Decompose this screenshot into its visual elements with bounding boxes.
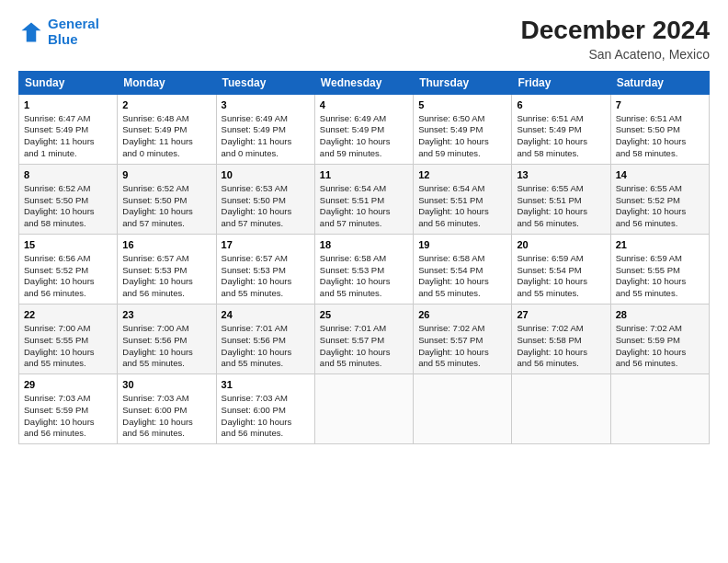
calendar-cell: 19Sunrise: 6:58 AM Sunset: 5:54 PM Dayli… bbox=[414, 234, 512, 304]
day-number: 20 bbox=[517, 238, 605, 252]
title-block: December 2024 San Acateno, Mexico bbox=[521, 17, 710, 62]
day-number: 25 bbox=[320, 308, 408, 322]
calendar-cell: 22Sunrise: 7:00 AM Sunset: 5:55 PM Dayli… bbox=[19, 304, 118, 374]
header-cell-monday: Monday bbox=[118, 71, 216, 94]
calendar-cell: 3Sunrise: 6:49 AM Sunset: 5:49 PM Daylig… bbox=[216, 94, 314, 164]
day-number: 15 bbox=[24, 238, 112, 252]
calendar-cell bbox=[512, 374, 610, 444]
day-content: Sunrise: 7:02 AM Sunset: 5:59 PM Dayligh… bbox=[616, 323, 704, 370]
calendar-cell: 31Sunrise: 7:03 AM Sunset: 6:00 PM Dayli… bbox=[216, 374, 314, 444]
day-number: 31 bbox=[222, 378, 310, 392]
calendar-cell: 6Sunrise: 6:51 AM Sunset: 5:49 PM Daylig… bbox=[512, 94, 610, 164]
day-number: 14 bbox=[616, 168, 704, 182]
day-content: Sunrise: 7:00 AM Sunset: 5:56 PM Dayligh… bbox=[122, 323, 210, 370]
day-content: Sunrise: 6:49 AM Sunset: 5:49 PM Dayligh… bbox=[222, 113, 310, 160]
day-number: 16 bbox=[122, 238, 210, 252]
calendar-cell: 5Sunrise: 6:50 AM Sunset: 5:49 PM Daylig… bbox=[414, 94, 512, 164]
day-number: 23 bbox=[122, 308, 210, 322]
header-cell-sunday: Sunday bbox=[19, 71, 118, 94]
calendar-cell: 1Sunrise: 6:47 AM Sunset: 5:49 PM Daylig… bbox=[19, 94, 118, 164]
calendar-cell: 29Sunrise: 7:03 AM Sunset: 5:59 PM Dayli… bbox=[19, 374, 118, 444]
header-row: SundayMondayTuesdayWednesdayThursdayFrid… bbox=[19, 71, 710, 94]
header-cell-wednesday: Wednesday bbox=[314, 71, 413, 94]
day-number: 27 bbox=[517, 308, 605, 322]
day-content: Sunrise: 6:48 AM Sunset: 5:49 PM Dayligh… bbox=[122, 113, 210, 160]
day-number: 9 bbox=[122, 168, 210, 182]
day-number: 7 bbox=[616, 98, 704, 112]
header-cell-saturday: Saturday bbox=[610, 71, 709, 94]
calendar-cell: 18Sunrise: 6:58 AM Sunset: 5:53 PM Dayli… bbox=[314, 234, 413, 304]
day-content: Sunrise: 7:03 AM Sunset: 6:00 PM Dayligh… bbox=[122, 393, 210, 440]
subtitle: San Acateno, Mexico bbox=[521, 47, 710, 62]
day-content: Sunrise: 7:03 AM Sunset: 6:00 PM Dayligh… bbox=[222, 393, 310, 440]
day-content: Sunrise: 6:54 AM Sunset: 5:51 PM Dayligh… bbox=[320, 183, 408, 230]
calendar-cell: 12Sunrise: 6:54 AM Sunset: 5:51 PM Dayli… bbox=[414, 164, 512, 234]
day-content: Sunrise: 6:51 AM Sunset: 5:50 PM Dayligh… bbox=[616, 113, 704, 160]
day-content: Sunrise: 6:58 AM Sunset: 5:54 PM Dayligh… bbox=[418, 253, 506, 300]
logo-text: General Blue bbox=[48, 17, 99, 47]
day-content: Sunrise: 6:50 AM Sunset: 5:49 PM Dayligh… bbox=[418, 113, 506, 160]
calendar-cell: 21Sunrise: 6:59 AM Sunset: 5:55 PM Dayli… bbox=[610, 234, 709, 304]
main-title: December 2024 bbox=[521, 17, 710, 45]
calendar-cell: 14Sunrise: 6:55 AM Sunset: 5:52 PM Dayli… bbox=[610, 164, 709, 234]
day-number: 6 bbox=[517, 98, 605, 112]
day-number: 11 bbox=[320, 168, 408, 182]
day-number: 29 bbox=[24, 378, 112, 392]
day-content: Sunrise: 6:52 AM Sunset: 5:50 PM Dayligh… bbox=[24, 183, 112, 230]
day-content: Sunrise: 6:59 AM Sunset: 5:55 PM Dayligh… bbox=[616, 253, 704, 300]
calendar-cell: 28Sunrise: 7:02 AM Sunset: 5:59 PM Dayli… bbox=[610, 304, 709, 374]
day-number: 28 bbox=[616, 308, 704, 322]
day-content: Sunrise: 7:01 AM Sunset: 5:56 PM Dayligh… bbox=[222, 323, 310, 370]
day-number: 19 bbox=[418, 238, 506, 252]
day-number: 17 bbox=[222, 238, 310, 252]
day-content: Sunrise: 6:51 AM Sunset: 5:49 PM Dayligh… bbox=[517, 113, 605, 160]
calendar-cell: 8Sunrise: 6:52 AM Sunset: 5:50 PM Daylig… bbox=[19, 164, 118, 234]
day-content: Sunrise: 6:54 AM Sunset: 5:51 PM Dayligh… bbox=[418, 183, 506, 230]
calendar-cell: 25Sunrise: 7:01 AM Sunset: 5:57 PM Dayli… bbox=[314, 304, 413, 374]
calendar-cell: 2Sunrise: 6:48 AM Sunset: 5:49 PM Daylig… bbox=[118, 94, 216, 164]
day-content: Sunrise: 7:03 AM Sunset: 5:59 PM Dayligh… bbox=[24, 393, 112, 440]
week-row-1: 1Sunrise: 6:47 AM Sunset: 5:49 PM Daylig… bbox=[19, 94, 710, 164]
day-number: 1 bbox=[24, 98, 112, 112]
day-number: 12 bbox=[418, 168, 506, 182]
calendar-cell: 10Sunrise: 6:53 AM Sunset: 5:50 PM Dayli… bbox=[216, 164, 314, 234]
day-content: Sunrise: 6:57 AM Sunset: 5:53 PM Dayligh… bbox=[122, 253, 210, 300]
calendar-cell: 26Sunrise: 7:02 AM Sunset: 5:57 PM Dayli… bbox=[414, 304, 512, 374]
day-number: 13 bbox=[517, 168, 605, 182]
day-content: Sunrise: 6:52 AM Sunset: 5:50 PM Dayligh… bbox=[122, 183, 210, 230]
day-content: Sunrise: 7:02 AM Sunset: 5:57 PM Dayligh… bbox=[418, 323, 506, 370]
logo: General Blue bbox=[18, 17, 99, 47]
day-number: 30 bbox=[122, 378, 210, 392]
day-content: Sunrise: 6:55 AM Sunset: 5:51 PM Dayligh… bbox=[517, 183, 605, 230]
day-content: Sunrise: 7:02 AM Sunset: 5:58 PM Dayligh… bbox=[517, 323, 605, 370]
page: General Blue December 2024 San Acateno, … bbox=[0, 0, 728, 563]
header-cell-tuesday: Tuesday bbox=[216, 71, 314, 94]
logo-line2: Blue bbox=[48, 31, 78, 47]
day-content: Sunrise: 6:58 AM Sunset: 5:53 PM Dayligh… bbox=[320, 253, 408, 300]
calendar-cell: 11Sunrise: 6:54 AM Sunset: 5:51 PM Dayli… bbox=[314, 164, 413, 234]
day-content: Sunrise: 7:00 AM Sunset: 5:55 PM Dayligh… bbox=[24, 323, 112, 370]
calendar-cell: 9Sunrise: 6:52 AM Sunset: 5:50 PM Daylig… bbox=[118, 164, 216, 234]
day-number: 5 bbox=[418, 98, 506, 112]
logo-line1: General bbox=[48, 16, 99, 31]
day-content: Sunrise: 6:49 AM Sunset: 5:49 PM Dayligh… bbox=[320, 113, 408, 160]
day-number: 2 bbox=[122, 98, 210, 112]
week-row-5: 29Sunrise: 7:03 AM Sunset: 5:59 PM Dayli… bbox=[19, 374, 710, 444]
calendar-cell: 15Sunrise: 6:56 AM Sunset: 5:52 PM Dayli… bbox=[19, 234, 118, 304]
calendar-cell: 17Sunrise: 6:57 AM Sunset: 5:53 PM Dayli… bbox=[216, 234, 314, 304]
week-row-4: 22Sunrise: 7:00 AM Sunset: 5:55 PM Dayli… bbox=[19, 304, 710, 374]
day-number: 22 bbox=[24, 308, 112, 322]
calendar-cell bbox=[414, 374, 512, 444]
day-content: Sunrise: 6:53 AM Sunset: 5:50 PM Dayligh… bbox=[222, 183, 310, 230]
day-number: 21 bbox=[616, 238, 704, 252]
day-content: Sunrise: 6:59 AM Sunset: 5:54 PM Dayligh… bbox=[517, 253, 605, 300]
day-content: Sunrise: 6:47 AM Sunset: 5:49 PM Dayligh… bbox=[24, 113, 112, 160]
day-content: Sunrise: 6:56 AM Sunset: 5:52 PM Dayligh… bbox=[24, 253, 112, 300]
day-content: Sunrise: 6:57 AM Sunset: 5:53 PM Dayligh… bbox=[222, 253, 310, 300]
calendar-cell: 7Sunrise: 6:51 AM Sunset: 5:50 PM Daylig… bbox=[610, 94, 709, 164]
svg-marker-0 bbox=[22, 22, 41, 41]
calendar-cell: 13Sunrise: 6:55 AM Sunset: 5:51 PM Dayli… bbox=[512, 164, 610, 234]
day-number: 8 bbox=[24, 168, 112, 182]
calendar-header: SundayMondayTuesdayWednesdayThursdayFrid… bbox=[19, 71, 710, 94]
day-number: 10 bbox=[222, 168, 310, 182]
